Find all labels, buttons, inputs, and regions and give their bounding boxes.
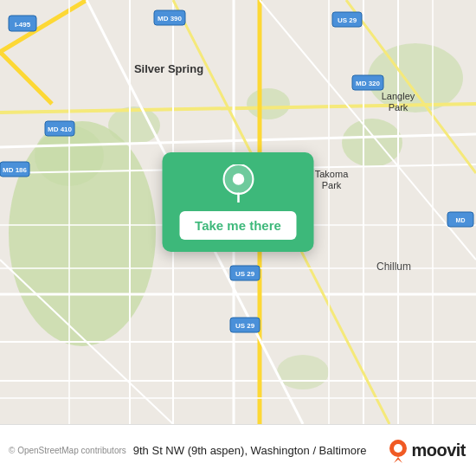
moovit-wordmark: moovit [411,441,466,460]
svg-point-7 [277,355,329,389]
svg-point-59 [232,173,244,185]
svg-text:Silver Spring: Silver Spring [134,62,203,75]
svg-text:Chillum: Chillum [376,261,411,273]
svg-point-4 [247,88,290,119]
popup-card: Take me there [163,152,314,252]
location-name: 9th St NW (9th aspen), Washington / Balt… [133,444,389,457]
moovit-pin-icon [389,439,408,463]
svg-text:Langley: Langley [382,91,415,101]
svg-point-3 [108,106,160,145]
svg-text:I-495: I-495 [15,21,31,29]
svg-text:MD: MD [456,217,466,223]
svg-text:US 29: US 29 [235,322,255,330]
location-pin-icon [219,164,257,203]
take-me-there-button[interactable]: Take me there [179,211,297,240]
svg-text:MD 186: MD 186 [3,166,28,174]
svg-text:MD 410: MD 410 [48,125,73,133]
svg-text:Park: Park [389,102,408,113]
bottom-bar: © OpenStreetMap contributors 9th St NW (… [0,424,476,476]
map-container: I-495 MD 390 US 29 MD 410 MD 186 MD 320 … [0,0,476,424]
svg-text:Park: Park [322,180,342,190]
svg-text:US 29: US 29 [235,270,255,278]
osm-attribution: © OpenStreetMap contributors [9,446,126,455]
svg-text:Takoma: Takoma [315,169,349,179]
svg-text:US 29: US 29 [338,16,357,24]
svg-text:MD 390: MD 390 [158,15,183,23]
svg-text:MD 320: MD 320 [356,80,381,87]
svg-point-61 [394,444,402,453]
moovit-logo: moovit [389,439,466,463]
